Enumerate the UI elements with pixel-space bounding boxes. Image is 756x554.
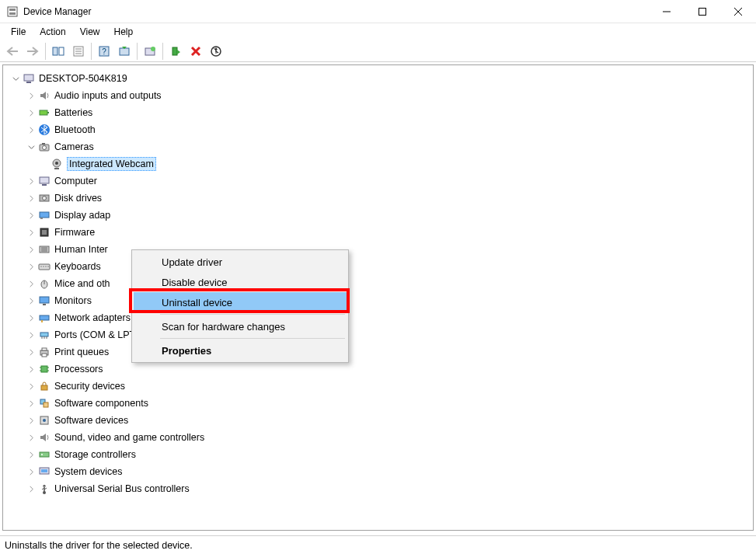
svg-rect-61 bbox=[42, 348, 47, 350]
tree-item-software-components[interactable]: Software components bbox=[6, 395, 750, 412]
maximize-button[interactable] bbox=[685, 0, 720, 23]
printer-icon bbox=[37, 346, 51, 358]
chevron-right-icon[interactable] bbox=[25, 175, 37, 187]
tree-root[interactable]: DESKTOP-504K819 bbox=[6, 70, 750, 87]
tree-item-hid[interactable]: Human Inter bbox=[6, 241, 750, 258]
back-button[interactable] bbox=[3, 42, 22, 61]
properties-button[interactable] bbox=[69, 42, 88, 61]
tree-item-usb[interactable]: Universal Serial Bus controllers bbox=[6, 480, 750, 497]
chevron-right-icon[interactable] bbox=[25, 312, 37, 324]
network-icon bbox=[37, 312, 51, 324]
forward-button[interactable] bbox=[23, 42, 42, 61]
tree-item-batteries[interactable]: Batteries bbox=[6, 104, 750, 121]
svg-rect-40 bbox=[42, 230, 47, 235]
context-properties[interactable]: Properties bbox=[134, 340, 347, 361]
menu-action[interactable]: Action bbox=[33, 25, 71, 39]
svg-rect-68 bbox=[41, 385, 47, 390]
tree-item-audio[interactable]: Audio inputs and outputs bbox=[6, 87, 750, 104]
show-hide-console-tree-button[interactable] bbox=[49, 42, 68, 61]
tree-item-print-queues[interactable]: Print queues bbox=[6, 343, 750, 361]
tree-item-software-devices[interactable]: Software devices bbox=[6, 412, 750, 429]
chevron-right-icon[interactable] bbox=[25, 209, 37, 221]
update-driver-button[interactable] bbox=[141, 42, 159, 61]
scan-hardware-button[interactable] bbox=[115, 42, 134, 61]
chevron-right-icon[interactable] bbox=[25, 397, 37, 409]
chevron-right-icon[interactable] bbox=[25, 192, 37, 204]
svg-marker-22 bbox=[214, 47, 218, 50]
chevron-right-icon[interactable] bbox=[25, 124, 37, 136]
webcam-icon bbox=[50, 158, 64, 170]
tree-item-storage-controllers[interactable]: Storage controllers bbox=[6, 446, 750, 463]
context-uninstall-device[interactable]: Uninstall device bbox=[134, 292, 347, 312]
svg-rect-26 bbox=[47, 112, 49, 113]
svg-rect-37 bbox=[40, 212, 49, 218]
tree-item-monitors[interactable]: Monitors bbox=[6, 292, 750, 309]
help-button[interactable]: ? bbox=[95, 42, 113, 61]
svg-rect-4 bbox=[699, 8, 706, 15]
tree-item-processors[interactable]: Processors bbox=[6, 361, 750, 378]
chevron-right-icon[interactable] bbox=[25, 226, 37, 239]
chevron-right-icon[interactable] bbox=[25, 483, 37, 495]
svg-rect-56 bbox=[40, 333, 48, 336]
tree-item-cameras[interactable]: Cameras bbox=[6, 138, 750, 155]
tree-item-firmware[interactable]: Firmware bbox=[6, 224, 750, 241]
tree-item-ports[interactable]: Ports (COM & LPT) bbox=[6, 326, 750, 343]
context-update-driver[interactable]: Update driver bbox=[134, 252, 347, 272]
uninstall-device-button[interactable] bbox=[186, 42, 205, 61]
selected-device-label: Integrated Webcam bbox=[67, 157, 156, 171]
audio-icon bbox=[37, 89, 51, 102]
chevron-right-icon[interactable] bbox=[25, 106, 37, 119]
chevron-right-icon[interactable] bbox=[25, 448, 37, 461]
chevron-right-icon[interactable] bbox=[25, 380, 37, 392]
disable-device-button[interactable] bbox=[207, 42, 225, 61]
close-button[interactable] bbox=[720, 0, 756, 23]
menu-view[interactable]: View bbox=[74, 25, 106, 39]
tree-item-keyboards[interactable]: Keyboards bbox=[6, 258, 750, 275]
tree-item-disk-drives[interactable]: Disk drives bbox=[6, 190, 750, 207]
computer-icon bbox=[37, 175, 51, 187]
tree-item-network[interactable]: Network adapters bbox=[6, 309, 750, 326]
chevron-right-icon[interactable] bbox=[25, 89, 37, 102]
chevron-down-icon[interactable] bbox=[25, 141, 37, 153]
app-icon bbox=[6, 5, 19, 18]
titlebar: Device Manager bbox=[0, 0, 756, 23]
chevron-right-icon[interactable] bbox=[25, 414, 37, 427]
tree-item-system-devices[interactable]: System devices bbox=[6, 463, 750, 480]
tree-item-mice[interactable]: Mice and oth bbox=[6, 275, 750, 292]
menu-file[interactable]: File bbox=[5, 25, 32, 39]
tree-item-display-adapters[interactable]: Display adap bbox=[6, 207, 750, 224]
chevron-right-icon[interactable] bbox=[25, 346, 37, 358]
chevron-right-icon[interactable] bbox=[25, 329, 37, 341]
context-scan-hardware[interactable]: Scan for hardware changes bbox=[134, 316, 347, 336]
chevron-down-icon[interactable] bbox=[9, 72, 22, 85]
svg-point-49 bbox=[47, 266, 48, 267]
tree-item-sound[interactable]: Sound, video and game controllers bbox=[6, 429, 750, 446]
svg-rect-24 bbox=[26, 82, 31, 83]
enable-device-button[interactable] bbox=[166, 42, 185, 61]
tree-item-integrated-webcam[interactable]: Integrated Webcam bbox=[6, 155, 750, 172]
chevron-right-icon[interactable] bbox=[25, 277, 37, 290]
hid-icon bbox=[37, 243, 51, 256]
svg-rect-8 bbox=[59, 47, 64, 55]
svg-point-47 bbox=[43, 266, 44, 267]
minimize-button[interactable] bbox=[649, 0, 685, 23]
software-components-icon bbox=[37, 397, 51, 409]
context-disable-device[interactable]: Disable device bbox=[134, 272, 347, 292]
svg-point-46 bbox=[40, 266, 41, 267]
software-devices-icon bbox=[37, 414, 51, 427]
chevron-right-icon[interactable] bbox=[25, 260, 37, 273]
svg-rect-0 bbox=[8, 7, 17, 16]
tree-item-bluetooth[interactable]: Bluetooth bbox=[6, 121, 750, 138]
computer-icon bbox=[22, 72, 36, 85]
chevron-right-icon[interactable] bbox=[25, 363, 37, 375]
tree-item-security[interactable]: Security devices bbox=[6, 378, 750, 395]
svg-rect-73 bbox=[40, 452, 49, 457]
svg-rect-18 bbox=[172, 47, 177, 55]
chevron-right-icon[interactable] bbox=[25, 243, 37, 256]
chevron-right-icon[interactable] bbox=[25, 431, 37, 444]
device-tree[interactable]: DESKTOP-504K819 Audio inputs and outputs… bbox=[3, 65, 753, 502]
menu-help[interactable]: Help bbox=[108, 25, 140, 39]
chevron-right-icon[interactable] bbox=[25, 294, 37, 307]
chevron-right-icon[interactable] bbox=[25, 465, 37, 478]
tree-item-computer[interactable]: Computer bbox=[6, 172, 750, 190]
